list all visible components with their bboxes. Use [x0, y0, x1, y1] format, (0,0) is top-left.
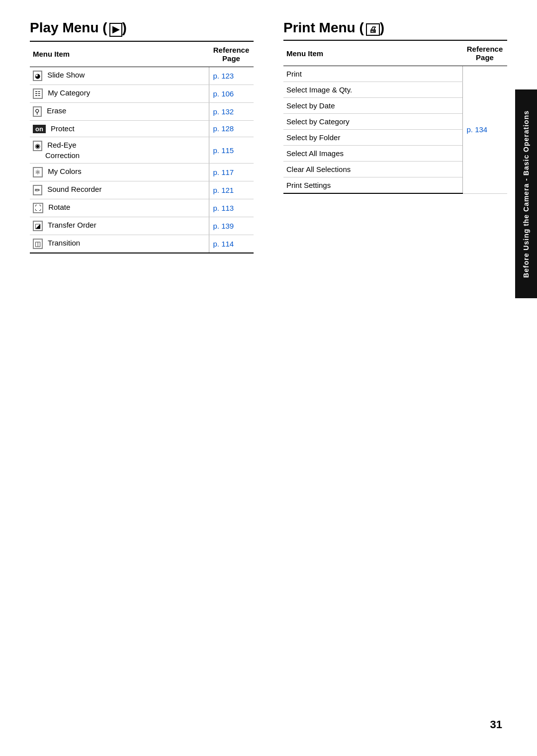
print-menu-block: Print Menu (🖨) Menu Item Reference Page … [283, 20, 507, 194]
slideshow-icon: ◕ [33, 71, 42, 81]
play-ref-colors: p. 117 [209, 164, 254, 181]
play-icon: ▶ [109, 23, 122, 37]
play-item-colors: ⚛ My Colors [30, 164, 209, 181]
sound-icon: ✏ [33, 185, 42, 195]
play-item-erase: ⚲ Erase [30, 102, 209, 120]
print-item-select-image: Select Image & Qty. [283, 82, 462, 98]
table-row: ✏ Sound Recorder p. 121 [30, 181, 254, 199]
table-row: ⛶ Rotate p. 113 [30, 199, 254, 217]
play-ref-protect: p. 128 [209, 120, 254, 137]
play-col-item: Menu Item [30, 41, 209, 67]
print-item-settings: Print Settings [283, 177, 462, 194]
play-item-redeye: ◉ Red-Eye Correction [30, 137, 209, 164]
table-row: ☷ My Category p. 106 [30, 84, 254, 102]
play-ref-slideshow: p. 123 [209, 67, 254, 84]
top-section: Play Menu (▶) Menu Item Reference Page [30, 20, 507, 253]
play-menu-table: Menu Item Reference Page ◕ Slide Show [30, 41, 254, 254]
colors-icon: ⚛ [33, 167, 43, 177]
table-row: ◫ Transition p. 114 [30, 235, 254, 253]
print-ref-print: p. 134 [462, 66, 507, 194]
print-item-select-category: Select by Category [283, 114, 462, 130]
print-menu-table: Menu Item Reference Page Print p. 134 Se… [283, 40, 507, 194]
transfer-icon: ◪ [33, 221, 43, 231]
page-number: 31 [490, 718, 502, 731]
play-ref-redeye: p. 115 [209, 137, 254, 164]
protect-icon: on [33, 125, 46, 133]
play-ref-erase: p. 132 [209, 102, 254, 120]
print-item-select-folder: Select by Folder [283, 130, 462, 146]
side-tab-label: Before Using the Camera - Basic Operatio… [522, 110, 530, 278]
print-item-select-all: Select All Images [283, 146, 462, 162]
print-item-clear-all: Clear All Selections [283, 162, 462, 177]
play-item-transition: ◫ Transition [30, 235, 209, 253]
play-item-rotate: ⛶ Rotate [30, 199, 209, 217]
rotate-icon: ⛶ [33, 203, 43, 213]
play-ref-transfer: p. 139 [209, 217, 254, 235]
table-row: ◕ Slide Show p. 123 [30, 67, 254, 84]
print-col-ref: Reference Page [462, 40, 507, 66]
erase-icon: ⚲ [33, 106, 42, 117]
print-item-print: Print [283, 66, 462, 82]
table-row: ⚲ Erase p. 132 [30, 102, 254, 120]
play-ref-category: p. 106 [209, 84, 254, 102]
redeye-icon: ◉ [33, 141, 42, 151]
transition-icon: ◫ [33, 239, 43, 249]
print-icon: 🖨 [366, 23, 380, 36]
print-menu-title: Print Menu (🖨) [283, 20, 507, 36]
play-ref-rotate: p. 113 [209, 199, 254, 217]
table-row: ⚛ My Colors p. 117 [30, 164, 254, 181]
play-item-category: ☷ My Category [30, 84, 209, 102]
table-row: on Protect p. 128 [30, 120, 254, 137]
table-row: ◉ Red-Eye Correction p. 115 [30, 137, 254, 164]
play-ref-sound: p. 121 [209, 181, 254, 199]
table-row: ◪ Transfer Order p. 139 [30, 217, 254, 235]
play-item-protect: on Protect [30, 120, 209, 137]
play-menu-block: Play Menu (▶) Menu Item Reference Page [30, 20, 254, 253]
play-item-transfer: ◪ Transfer Order [30, 217, 209, 235]
print-col-item: Menu Item [283, 40, 462, 66]
print-item-select-date: Select by Date [283, 98, 462, 114]
category-icon: ☷ [33, 88, 43, 99]
page-content: Play Menu (▶) Menu Item Reference Page [0, 0, 537, 756]
play-item-slideshow: ◕ Slide Show [30, 67, 209, 84]
play-col-ref: Reference Page [209, 41, 254, 67]
table-row: Print p. 134 [283, 66, 507, 82]
side-tab: Before Using the Camera - Basic Operatio… [515, 89, 537, 298]
play-ref-transition: p. 114 [209, 235, 254, 253]
play-item-sound: ✏ Sound Recorder [30, 181, 209, 199]
play-menu-title: Play Menu (▶) [30, 20, 254, 37]
